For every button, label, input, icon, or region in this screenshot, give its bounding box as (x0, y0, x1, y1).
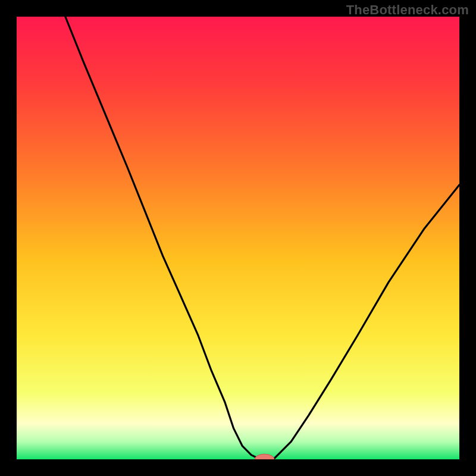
chart-frame: TheBottleneck.com (0, 0, 476, 476)
gradient-rect (17, 17, 459, 459)
plot-area (17, 17, 459, 459)
watermark-text: TheBottleneck.com (346, 2, 469, 18)
chart-svg (17, 17, 459, 459)
